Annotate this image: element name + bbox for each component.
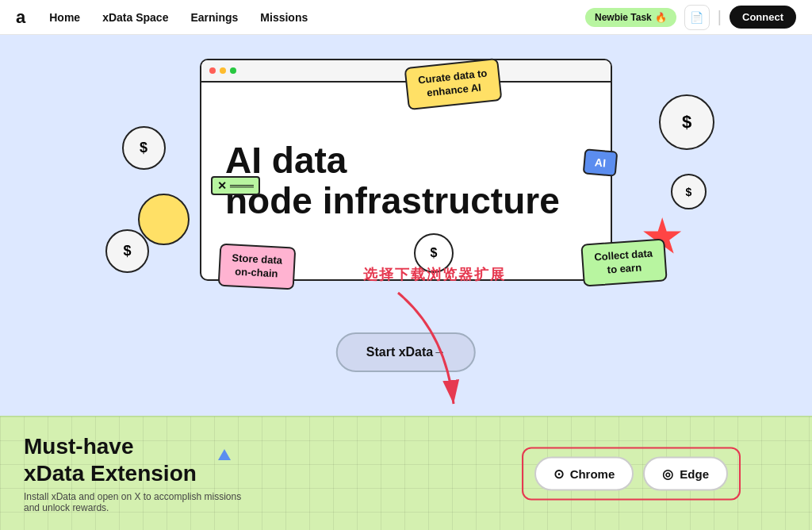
bottom-section: Must-have xData Extension Install xData … [0,416,812,530]
coin-mid-right: $ [671,174,707,209]
divider: | [718,8,722,26]
dot-yellow [220,67,226,74]
tag-store: Store dataon-chain [218,244,296,290]
newbie-task-label: Newbie Task [595,12,652,23]
nav-link-missions[interactable]: Missions [260,11,308,24]
extension-buttons-container: ⊙ Chrome ◎ Edge [522,447,741,500]
edge-label: Edge [680,467,709,480]
coin-top-right: $ [659,94,714,150]
tag-collect: Collect datato earn [580,238,667,286]
connect-button[interactable]: Connect [730,6,796,29]
triangle-decoration [218,449,231,460]
chrome-label: Chrome [570,467,615,480]
bottom-subtitle: Install xData and open on X to accomplis… [24,491,246,513]
tag-store-text: Store dataon-chain [232,252,283,279]
coin-bottom-left: $ [105,229,149,273]
doc-icon: 📄 [690,11,703,24]
nav-link-earnings[interactable]: Earnings [190,11,238,24]
hero-section: $ $ AI data node infrastructure Curate d… [0,35,812,416]
x-mark: ✕ ═══ [211,176,260,195]
ai-tag: AI [583,148,619,177]
tag-curate-text: Curate data toenhance AI [418,67,488,99]
logo: a [16,7,25,28]
dot-green [230,67,236,74]
nav-links: Home xData Space Earnings Missions [49,11,585,24]
edge-extension-button[interactable]: ◎ Edge [643,456,728,490]
chrome-icon: ⊙ [553,466,564,481]
hero-title-line1: AI data [225,140,560,181]
hero-title: AI data node infrastructure [225,140,560,221]
chrome-extension-button[interactable]: ⊙ Chrome [534,456,634,490]
tag-collect-text: Collect datato earn [594,247,653,275]
yellow-circle [138,194,190,245]
edge-icon: ◎ [662,466,673,481]
newbie-task-button[interactable]: Newbie Task 🔥 [585,8,676,27]
nav-right: Newbie Task 🔥 📄 | Connect [585,5,796,30]
start-button[interactable]: Start xData→ [336,332,476,372]
nav-link-home[interactable]: Home [49,11,80,24]
hero-title-line2: node infrastructure [225,181,560,221]
navbar: a Home xData Space Earnings Missions New… [0,0,812,35]
bottom-content: Must-have xData Extension Install xData … [24,433,788,513]
chinese-text-overlay: 选择下载浏览器扩展 [363,265,506,284]
nav-link-xdata-space[interactable]: xData Space [102,11,168,24]
dot-red [209,67,216,74]
doc-button[interactable]: 📄 [684,5,710,30]
coin-top-left: $ [122,126,166,170]
fire-icon: 🔥 [655,12,667,23]
